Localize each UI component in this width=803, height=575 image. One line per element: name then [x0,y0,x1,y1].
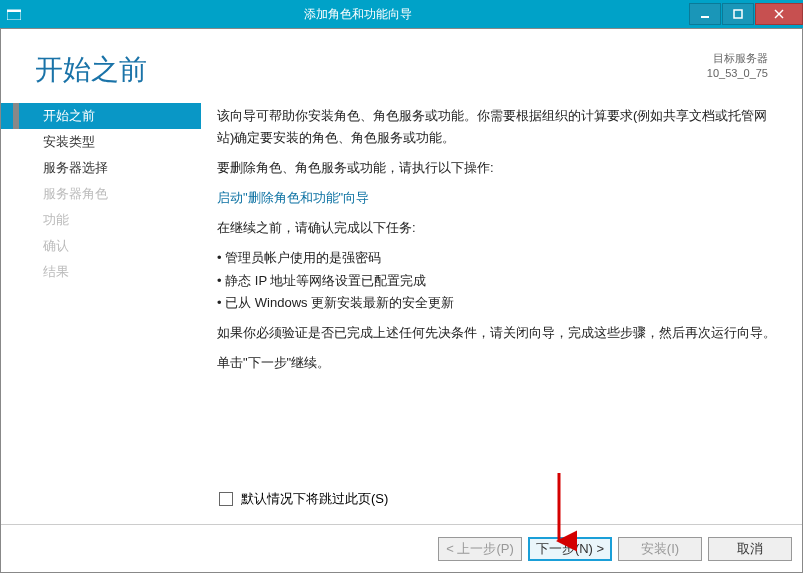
titlebar: 添加角色和功能向导 [0,0,803,28]
close-button[interactable] [755,3,803,25]
nav-results: 结果 [1,259,201,285]
skip-label: 默认情况下将跳过此页(S) [241,490,388,508]
maximize-button[interactable] [722,3,754,25]
server-name: 10_53_0_75 [707,66,768,81]
middle: 开始之前 安装类型 服务器选择 服务器角色 功能 确认 结果 该向导可帮助你安装… [1,99,802,524]
install-button: 安装(I) [618,537,702,561]
nav-installation-type[interactable]: 安装类型 [1,129,201,155]
skip-checkbox[interactable] [219,492,233,506]
window-controls [688,3,803,25]
task-item: 已从 Windows 更新安装最新的安全更新 [217,292,782,314]
window-title: 添加角色和功能向导 [28,6,688,23]
nav-server-selection[interactable]: 服务器选择 [1,155,201,181]
nav-server-roles: 服务器角色 [1,181,201,207]
nav-features: 功能 [1,207,201,233]
nav-confirmation: 确认 [1,233,201,259]
nav-before-you-begin[interactable]: 开始之前 [1,103,201,129]
tasks-list: 管理员帐户使用的是强密码 静态 IP 地址等网络设置已配置完成 已从 Windo… [217,247,782,313]
svg-rect-1 [7,10,21,12]
content-pane: 该向导可帮助你安装角色、角色服务或功能。你需要根据组织的计算要求(例如共享文档或… [201,99,802,524]
tasks-intro: 在继续之前，请确认完成以下任务: [217,217,782,239]
continue-text: 单击"下一步"继续。 [217,352,782,374]
server-label: 目标服务器 [707,51,768,66]
cancel-button[interactable]: 取消 [708,537,792,561]
remove-wizard-link[interactable]: 启动"删除角色和功能"向导 [217,190,369,205]
verify-text: 如果你必须验证是否已完成上述任何先决条件，请关闭向导，完成这些步骤，然后再次运行… [217,322,782,344]
svg-rect-3 [734,10,742,18]
remove-intro: 要删除角色、角色服务或功能，请执行以下操作: [217,157,782,179]
task-item: 管理员帐户使用的是强密码 [217,247,782,269]
task-item: 静态 IP 地址等网络设置已配置完成 [217,270,782,292]
wizard-nav: 开始之前 安装类型 服务器选择 服务器角色 功能 确认 结果 [1,99,201,524]
page-title: 开始之前 [35,51,147,89]
minimize-button[interactable] [689,3,721,25]
intro-text: 该向导可帮助你安装角色、角色服务或功能。你需要根据组织的计算要求(例如共享文档或… [217,105,782,149]
next-button[interactable]: 下一步(N) > [528,537,612,561]
server-info: 目标服务器 10_53_0_75 [707,51,768,82]
app-icon [0,8,28,20]
previous-button: < 上一步(P) [438,537,522,561]
footer: < 上一步(P) 下一步(N) > 安装(I) 取消 [1,524,802,572]
dialog-body: 开始之前 目标服务器 10_53_0_75 开始之前 安装类型 服务器选择 服务… [0,28,803,573]
header: 开始之前 目标服务器 10_53_0_75 [1,29,802,99]
skip-row: 默认情况下将跳过此页(S) [219,490,388,508]
